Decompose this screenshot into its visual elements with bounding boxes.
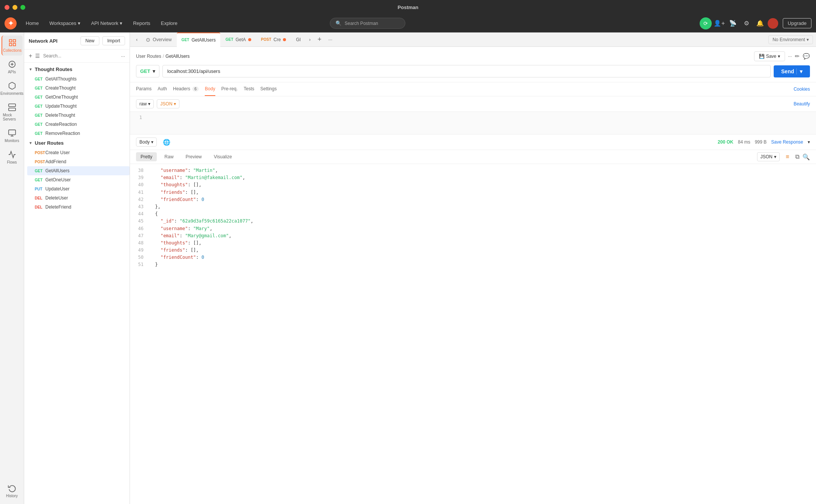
json-format-selector[interactable]: JSON ▾ (757, 152, 780, 161)
sidebar-item-history[interactable]: History (2, 481, 23, 501)
filter-icon[interactable]: ≡ (786, 153, 789, 160)
add-collection-icon[interactable]: + (29, 53, 32, 59)
cookies-link[interactable]: Cookies (794, 87, 810, 92)
list-item[interactable]: GET DeleteThought (27, 111, 130, 120)
route-name: GetAllUsers (45, 168, 70, 173)
more-options-icon[interactable]: ··· (788, 54, 792, 59)
method-badge: GET (35, 95, 45, 99)
method-selector[interactable]: GET ▾ (136, 65, 159, 77)
search-bar[interactable]: 🔍 Search Postman (330, 18, 405, 29)
nav-home[interactable]: Home (21, 18, 43, 28)
sync-icon[interactable]: ⟳ (700, 17, 712, 29)
breadcrumb: User Routes / GetAllUsers 💾 Save ▾ ··· ✏… (136, 51, 810, 61)
list-item[interactable]: GET UpdateThought (27, 102, 130, 111)
minimize-button[interactable] (12, 5, 17, 10)
icon-sidebar: Collections APIs Environments Mock Serve… (0, 32, 24, 504)
tab-get-all[interactable]: GET GetAllUsers (177, 32, 220, 47)
sidebar-item-monitors[interactable]: Monitors (2, 126, 23, 146)
user-routes-header[interactable]: ▼ User Routes (24, 138, 130, 148)
tab-post-cre[interactable]: POST Cre (257, 32, 291, 47)
nav-api-network[interactable]: API Network ▾ (87, 18, 127, 28)
tab-body[interactable]: Body (205, 82, 215, 96)
code-content[interactable] (148, 115, 810, 131)
code-line: 41 "friends": [], (133, 189, 813, 196)
list-item[interactable]: DEL DeleteUser (27, 193, 130, 203)
tab-gi[interactable]: GI (291, 32, 305, 47)
tab-prereq[interactable]: Pre-req. (221, 82, 238, 96)
tab-auth[interactable]: Auth (158, 82, 167, 96)
tab-pretty[interactable]: Pretty (136, 152, 157, 161)
send-dropdown-icon[interactable]: ▾ (796, 68, 802, 74)
tab-overview[interactable]: ⊙ Overview (141, 32, 176, 47)
close-button[interactable] (5, 5, 9, 10)
avatar[interactable] (768, 18, 778, 29)
more-options-icon[interactable]: ··· (121, 53, 125, 59)
filter-icon[interactable]: ☰ (35, 53, 40, 59)
save-response-button[interactable]: Save Response (771, 139, 803, 145)
import-button[interactable]: Import (102, 36, 125, 45)
settings-icon[interactable]: ⚙ (740, 17, 753, 29)
list-item[interactable]: PUT UpdateUser (27, 184, 130, 193)
response-body-select[interactable]: Body ▾ (136, 138, 157, 147)
list-item[interactable]: POST AddFriend (27, 157, 130, 166)
environment-selector[interactable]: No Environment ▾ (768, 35, 813, 44)
overview-icon: ⊙ (146, 37, 150, 43)
tab-get-a[interactable]: GET GetA (221, 32, 256, 47)
code-editor[interactable]: 1 (130, 112, 816, 135)
tab-params[interactable]: Params (136, 82, 151, 96)
body-format-selector[interactable]: raw ▾ (136, 99, 154, 108)
beautify-button[interactable]: Beautify (794, 101, 810, 107)
list-item[interactable]: DEL DeleteFriend (27, 203, 130, 212)
apis-icon (8, 60, 16, 68)
tab-tests[interactable]: Tests (244, 82, 254, 96)
sidebar-item-flows[interactable]: Flows (2, 147, 23, 167)
list-item[interactable]: GET RemoveReaction (27, 129, 130, 138)
sidebar-item-mock-servers[interactable]: Mock Servers (2, 100, 23, 124)
list-item[interactable]: POST Create User (27, 148, 130, 157)
tab-raw[interactable]: Raw (160, 152, 178, 161)
method-badge: DEL (35, 205, 45, 209)
list-item[interactable]: GET GetAllThoughts (27, 74, 130, 83)
list-item[interactable]: GET GetAllUsers (27, 166, 130, 175)
send-button[interactable]: Send ▾ (774, 65, 810, 77)
tab-headers[interactable]: Headers 6 (173, 82, 199, 96)
tab-prev-button[interactable]: ‹ (133, 32, 141, 47)
nav-workspaces[interactable]: Workspaces ▾ (45, 18, 85, 28)
thought-routes-header[interactable]: ▼ Thought Routes (24, 64, 130, 74)
nav-explore[interactable]: Explore (156, 18, 182, 28)
line-number: 47 (133, 232, 144, 240)
sidebar-item-apis[interactable]: APIs (2, 57, 23, 77)
window-controls (5, 5, 25, 10)
code-line: 38 "username": "Martin", (133, 167, 813, 174)
app-logo[interactable]: ✦ (5, 17, 17, 29)
tab-settings[interactable]: Settings (260, 82, 277, 96)
invite-icon[interactable]: 👤+ (713, 17, 725, 29)
upgrade-button[interactable]: Upgrade (783, 18, 811, 28)
sidebar-item-collections[interactable]: Collections (2, 36, 23, 56)
notification-icon[interactable]: 🔔 (754, 17, 766, 29)
tab-add-button[interactable]: + (314, 36, 325, 43)
tab-next-button[interactable]: › (306, 32, 314, 47)
tab-preview[interactable]: Preview (181, 152, 206, 161)
satellite-icon[interactable]: 📡 (727, 17, 739, 29)
sidebar-item-environments[interactable]: Environments (2, 79, 23, 99)
tab-overflow-button[interactable]: ··· (325, 37, 335, 42)
list-item[interactable]: GET CreateThought (27, 83, 130, 93)
save-button[interactable]: 💾 Save ▾ (754, 51, 785, 61)
tab-visualize[interactable]: Visualize (209, 152, 236, 161)
edit-icon[interactable]: ✏ (795, 53, 800, 60)
nav-reports[interactable]: Reports (128, 18, 155, 28)
collection-search-input[interactable] (43, 53, 118, 59)
list-item[interactable]: GET GetOneUser (27, 175, 130, 184)
maximize-button[interactable] (20, 5, 25, 10)
new-button[interactable]: New (80, 36, 99, 45)
comment-icon[interactable]: 💬 (803, 53, 810, 60)
copy-icon[interactable]: ⧉ (795, 153, 799, 161)
list-item[interactable]: GET GetOneThought (27, 93, 130, 102)
json-type-selector[interactable]: JSON ▾ (157, 99, 179, 108)
search-icon[interactable]: 🔍 (802, 153, 810, 161)
url-input[interactable] (162, 65, 771, 77)
save-response-chevron[interactable]: ▾ (808, 139, 810, 145)
list-item[interactable]: GET CreateReaction (27, 120, 130, 129)
breadcrumb-parent[interactable]: User Routes (136, 54, 161, 59)
